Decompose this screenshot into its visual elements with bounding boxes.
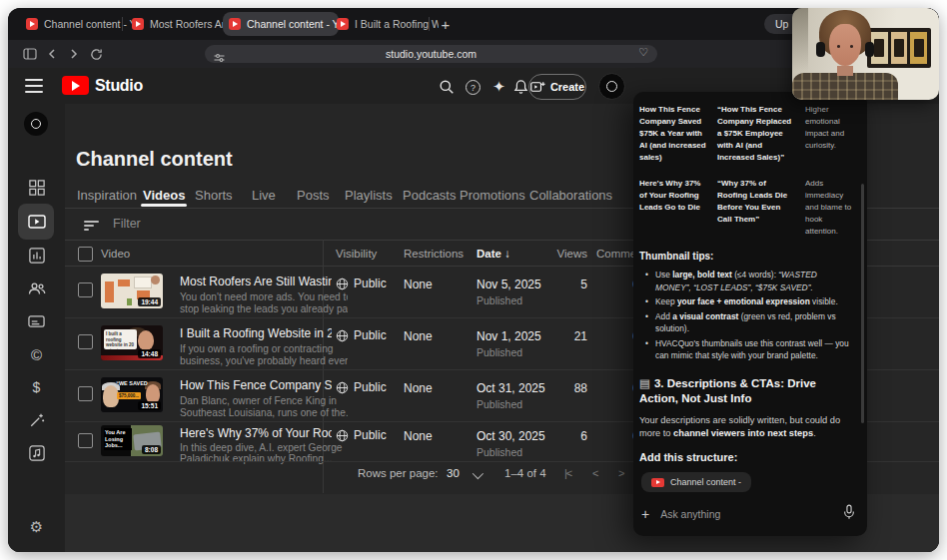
poster (891, 32, 908, 64)
video-title[interactable]: How This Fence Company Saved $75... (180, 378, 332, 392)
duration-badge: 8:08 (142, 445, 161, 454)
date-cell: Oct 30, 2025Published (476, 429, 545, 458)
rows-per-page-value[interactable]: 30 (447, 467, 460, 479)
back-icon[interactable] (44, 46, 60, 62)
next-page-button[interactable]: > (618, 467, 623, 479)
filter-input[interactable]: Filter (113, 217, 141, 231)
tip-item: HVACQuo's thumbnails use this contrast w… (655, 337, 853, 362)
tab-posts[interactable]: Posts (297, 188, 330, 203)
context-chip[interactable]: Channel content - (641, 472, 751, 492)
tab-label: Channel content - Yo (44, 18, 132, 30)
notifications-bell-icon[interactable] (512, 78, 529, 95)
account-avatar[interactable] (598, 73, 625, 100)
channel-avatar[interactable] (24, 112, 48, 136)
visibility-cell[interactable]: Public (336, 277, 387, 290)
video-thumbnail[interactable]: “WE SAVED $75,000... 15:51 (101, 377, 163, 412)
search-icon[interactable] (438, 78, 455, 95)
video-description: In this deep dive, A.I. expert George (180, 442, 348, 453)
sidebar-item-community[interactable] (8, 275, 65, 302)
tab-promotions[interactable]: Promotions (460, 188, 525, 203)
tab-shorts[interactable]: Shorts (195, 188, 233, 203)
views-cell: 5 (539, 278, 587, 291)
browser-tab-2[interactable]: Most Roofers Are Stil (126, 8, 233, 40)
tab-podcasts[interactable]: Podcasts (403, 188, 456, 203)
date-cell: Oct 31, 2025Published (476, 381, 545, 410)
person-shirt (792, 73, 898, 100)
video-thumbnail[interactable]: 19:44 (101, 274, 163, 308)
sidebar-item-subtitles[interactable] (8, 307, 65, 335)
video-thumbnail[interactable]: I built a roofing website in 20 minutes.… (101, 325, 163, 360)
visibility-cell[interactable]: Public (336, 428, 387, 442)
browser-tab-1[interactable]: Channel content - Yo (20, 8, 132, 40)
tab-live[interactable]: Live (252, 188, 276, 203)
browser-tab-3-active[interactable]: Channel content - Yo (223, 12, 339, 36)
new-tab-button[interactable]: + (434, 12, 458, 36)
sidebar-item-customization[interactable] (8, 406, 65, 434)
row-checkbox[interactable] (78, 282, 93, 297)
video-title[interactable]: Here's Why 37% of Your Roofing Lead... (180, 426, 332, 440)
sidebar-item-settings[interactable]: ⚙ (8, 513, 65, 541)
duration-badge: 19:44 (138, 297, 161, 306)
views-cell: 88 (539, 381, 587, 395)
gear-icon: ⚙ (30, 518, 43, 536)
sidebar-item-audio-library[interactable] (8, 439, 65, 467)
panel-scrollbar[interactable] (861, 184, 864, 423)
video-description: Paladichuk explain why Roofing... (180, 453, 348, 464)
sidebar-item-earn[interactable]: $ (8, 373, 65, 401)
row-checkbox[interactable] (78, 334, 93, 349)
video-title[interactable]: Most Roofers Are Still Wasting Thous... (180, 275, 332, 288)
chevron-down-icon[interactable] (473, 469, 480, 481)
row-checkbox[interactable] (78, 386, 93, 401)
ask-input[interactable]: Ask anything (660, 508, 832, 520)
first-page-button[interactable]: |< (564, 467, 571, 479)
help-icon[interactable]: ? (466, 80, 480, 95)
prev-page-button[interactable]: < (592, 467, 597, 479)
favorite-icon[interactable]: ♡ (638, 46, 648, 59)
youtube-favicon (229, 18, 241, 30)
forward-icon[interactable] (66, 46, 82, 62)
video-title[interactable]: I Built a Roofing Website in 20 Minute..… (180, 326, 332, 340)
sidebar-item-copyright[interactable]: © (8, 340, 65, 368)
reload-icon[interactable] (88, 46, 104, 62)
views-cell: 21 (539, 329, 587, 343)
row-checkbox[interactable] (78, 433, 93, 448)
site-settings-icon[interactable] (214, 49, 225, 67)
col-date-sort[interactable]: Date ↓ (476, 248, 510, 260)
url-field[interactable]: studio.youtube.com ♡ (205, 45, 657, 63)
video-description: You don't need more ads. You need to (180, 291, 348, 302)
comparison-suggested: “How This Fence Company Replaced a $75K … (717, 104, 797, 164)
url-text: studio.youtube.com (386, 48, 476, 60)
poster (910, 32, 927, 64)
picture-frame (867, 28, 931, 68)
studio-brand[interactable]: Studio (95, 77, 143, 95)
create-button[interactable]: Create (528, 74, 586, 100)
browser-tab-4[interactable]: I Built a Roofing Web (331, 8, 439, 40)
attach-plus-icon[interactable]: + (641, 506, 649, 522)
globe-icon (336, 381, 349, 394)
select-all-checkbox[interactable] (78, 247, 93, 262)
sidebar-item-feedback[interactable]: ! (8, 546, 65, 552)
video-thumbnail[interactable]: You Are Losing Jobs... 8:08 (101, 425, 163, 456)
sidebar-item-content[interactable] (8, 208, 65, 236)
tab-collaborations[interactable]: Collaborations (529, 188, 612, 203)
tab-inspiration[interactable]: Inspiration (77, 188, 137, 203)
comparison-note: Higher emotional impact and curiosity. (805, 104, 853, 164)
sidebar-item-dashboard[interactable] (8, 174, 65, 202)
visibility-cell[interactable]: Public (336, 380, 387, 394)
visibility-cell[interactable]: Public (336, 328, 387, 342)
sidebar-toggle-icon[interactable] (22, 46, 38, 62)
sidebar-item-analytics[interactable] (8, 242, 65, 270)
menu-icon[interactable] (25, 79, 43, 93)
youtube-logo[interactable] (62, 76, 89, 95)
mic-icon[interactable] (843, 504, 855, 524)
section-heading: ▤3. Descriptions & CTAs: Drive Action, N… (639, 376, 853, 406)
rows-per-page-label: Rows per page: (358, 467, 439, 479)
globe-icon (336, 429, 349, 442)
col-visibility: Visibility (336, 248, 377, 260)
person-face (829, 24, 861, 66)
tab-playlists[interactable]: Playlists (345, 188, 393, 203)
duration-badge: 14:48 (138, 349, 161, 358)
sparkle-icon[interactable]: ✦ (490, 78, 507, 95)
tab-videos[interactable]: Videos (143, 188, 185, 203)
section-paragraph: Your descriptions are solidly written, b… (639, 414, 853, 441)
